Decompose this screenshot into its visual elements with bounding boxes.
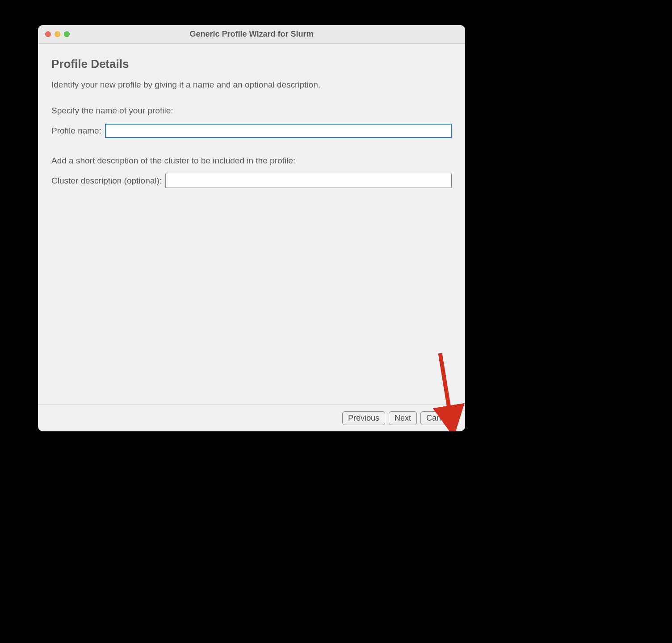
cluster-desc-label: Cluster description (optional): [51, 176, 162, 186]
minimize-icon[interactable] [55, 31, 60, 37]
traffic-lights [38, 31, 70, 37]
cancel-button[interactable]: Cancel [420, 411, 457, 425]
fullscreen-icon[interactable] [64, 31, 70, 37]
wizard-window: Generic Profile Wizard for Slurm Profile… [38, 25, 465, 431]
profile-name-input[interactable] [105, 124, 452, 138]
content-area: Profile Details Identify your new profil… [38, 44, 465, 405]
cluster-desc-section-label: Add a short description of the cluster t… [51, 156, 452, 166]
cluster-desc-input[interactable] [165, 174, 452, 188]
page-title: Profile Details [51, 57, 452, 71]
profile-name-section-label: Specify the name of your profile: [51, 106, 452, 116]
cluster-desc-row: Cluster description (optional): [51, 174, 452, 188]
footer: Previous Next Cancel [38, 405, 465, 431]
window-title: Generic Profile Wizard for Slurm [38, 29, 465, 39]
previous-button[interactable]: Previous [342, 411, 385, 425]
profile-name-row: Profile name: [51, 124, 452, 138]
close-icon[interactable] [45, 31, 51, 37]
profile-name-label: Profile name: [51, 126, 101, 136]
titlebar: Generic Profile Wizard for Slurm [38, 25, 465, 44]
page-intro: Identify your new profile by giving it a… [51, 80, 452, 90]
next-button[interactable]: Next [389, 411, 417, 425]
